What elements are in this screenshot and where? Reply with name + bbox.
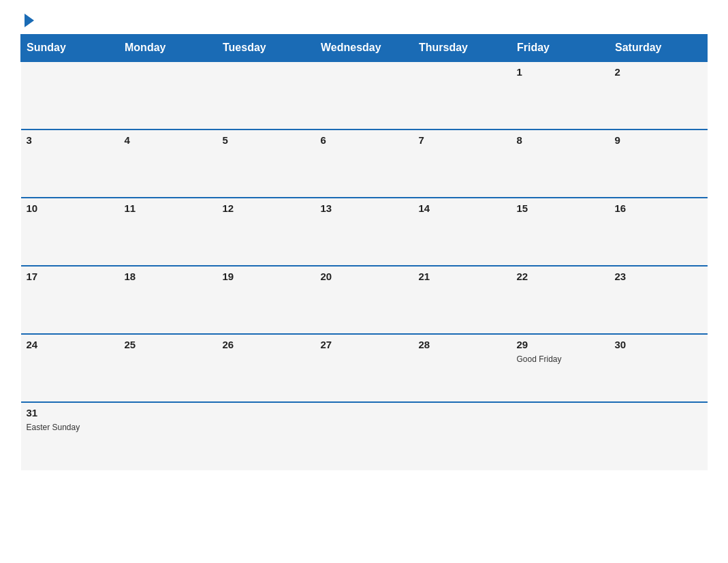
weekday-header-tuesday: Tuesday bbox=[217, 35, 315, 62]
calendar-day-cell: 28 bbox=[413, 334, 511, 402]
day-number: 5 bbox=[223, 134, 310, 146]
day-number: 18 bbox=[125, 271, 212, 282]
day-number: 30 bbox=[615, 339, 702, 350]
day-number: 11 bbox=[125, 202, 212, 214]
day-number: 22 bbox=[517, 271, 604, 282]
logo bbox=[20, 14, 39, 27]
calendar-week-row: 242526272829Good Friday30 bbox=[21, 334, 708, 402]
day-number: 6 bbox=[321, 134, 408, 146]
calendar-day-cell bbox=[413, 61, 511, 130]
page-header bbox=[20, 14, 708, 27]
day-number: 25 bbox=[125, 339, 212, 350]
day-number: 29 bbox=[517, 339, 604, 350]
day-number: 19 bbox=[223, 271, 310, 282]
day-number: 7 bbox=[419, 134, 506, 146]
day-number: 3 bbox=[27, 134, 114, 146]
calendar-week-row: 12 bbox=[21, 61, 708, 130]
calendar-day-cell: 5 bbox=[217, 130, 315, 198]
calendar-week-row: 10111213141516 bbox=[21, 198, 708, 266]
calendar-day-cell bbox=[21, 61, 119, 130]
day-number: 1 bbox=[517, 66, 604, 78]
day-number: 10 bbox=[27, 202, 114, 214]
day-number: 4 bbox=[125, 134, 212, 146]
calendar-day-cell bbox=[610, 402, 708, 470]
weekday-header-wednesday: Wednesday bbox=[315, 35, 413, 62]
calendar-day-cell: 20 bbox=[315, 266, 413, 334]
logo-triangle-icon bbox=[25, 14, 34, 27]
calendar-week-row: 31Easter Sunday bbox=[21, 402, 708, 470]
day-number: 31 bbox=[27, 407, 114, 419]
calendar-day-cell: 17 bbox=[21, 266, 119, 334]
calendar-day-cell: 18 bbox=[119, 266, 217, 334]
calendar-day-cell: 30 bbox=[610, 334, 708, 402]
holiday-label: Easter Sunday bbox=[27, 423, 80, 432]
calendar-day-cell: 14 bbox=[413, 198, 511, 266]
calendar-day-cell: 9 bbox=[610, 130, 708, 198]
day-number: 14 bbox=[419, 202, 506, 214]
calendar-day-cell: 21 bbox=[413, 266, 511, 334]
day-number: 21 bbox=[419, 271, 506, 282]
day-number: 24 bbox=[27, 339, 114, 350]
calendar-day-cell: 22 bbox=[511, 266, 610, 334]
weekday-header-thursday: Thursday bbox=[413, 35, 511, 62]
day-number: 16 bbox=[615, 202, 702, 214]
calendar-day-cell bbox=[217, 402, 315, 470]
weekday-header-friday: Friday bbox=[511, 35, 610, 62]
calendar-day-cell bbox=[119, 61, 217, 130]
day-number: 8 bbox=[517, 134, 604, 146]
weekday-header-sunday: Sunday bbox=[21, 35, 119, 62]
day-number: 15 bbox=[517, 202, 604, 214]
calendar-day-cell bbox=[511, 402, 610, 470]
calendar-week-row: 3456789 bbox=[21, 130, 708, 198]
day-number: 20 bbox=[321, 271, 408, 282]
calendar-day-cell bbox=[217, 61, 315, 130]
day-number: 28 bbox=[419, 339, 506, 350]
weekday-header-saturday: Saturday bbox=[610, 35, 708, 62]
weekday-header-monday: Monday bbox=[119, 35, 217, 62]
calendar-day-cell: 6 bbox=[315, 130, 413, 198]
calendar-day-cell: 10 bbox=[21, 198, 119, 266]
calendar-day-cell: 15 bbox=[511, 198, 610, 266]
calendar-day-cell: 25 bbox=[119, 334, 217, 402]
calendar-day-cell: 2 bbox=[610, 61, 708, 130]
calendar-day-cell: 11 bbox=[119, 198, 217, 266]
calendar-table: SundayMondayTuesdayWednesdayThursdayFrid… bbox=[20, 34, 708, 470]
calendar-day-cell: 19 bbox=[217, 266, 315, 334]
calendar-day-cell: 23 bbox=[610, 266, 708, 334]
calendar-day-cell: 3 bbox=[21, 130, 119, 198]
calendar-day-cell: 1 bbox=[511, 61, 610, 130]
calendar-day-cell: 16 bbox=[610, 198, 708, 266]
calendar-day-cell: 31Easter Sunday bbox=[21, 402, 119, 470]
calendar-day-cell: 24 bbox=[21, 334, 119, 402]
holiday-label: Good Friday bbox=[517, 354, 562, 364]
day-number: 9 bbox=[615, 134, 702, 146]
day-number: 13 bbox=[321, 202, 408, 214]
calendar-day-cell bbox=[315, 402, 413, 470]
calendar-day-cell: 4 bbox=[119, 130, 217, 198]
calendar-day-cell bbox=[119, 402, 217, 470]
weekday-header-row: SundayMondayTuesdayWednesdayThursdayFrid… bbox=[21, 35, 708, 62]
day-number: 27 bbox=[321, 339, 408, 350]
calendar-day-cell bbox=[413, 402, 511, 470]
day-number: 23 bbox=[615, 271, 702, 282]
calendar-day-cell: 12 bbox=[217, 198, 315, 266]
calendar-day-cell: 29Good Friday bbox=[511, 334, 610, 402]
calendar-day-cell: 27 bbox=[315, 334, 413, 402]
calendar-day-cell: 8 bbox=[511, 130, 610, 198]
calendar-week-row: 17181920212223 bbox=[21, 266, 708, 334]
day-number: 26 bbox=[223, 339, 310, 350]
day-number: 12 bbox=[223, 202, 310, 214]
day-number: 2 bbox=[615, 66, 702, 78]
calendar-day-cell: 26 bbox=[217, 334, 315, 402]
calendar-day-cell bbox=[315, 61, 413, 130]
calendar-day-cell: 13 bbox=[315, 198, 413, 266]
calendar-day-cell: 7 bbox=[413, 130, 511, 198]
day-number: 17 bbox=[27, 271, 114, 282]
